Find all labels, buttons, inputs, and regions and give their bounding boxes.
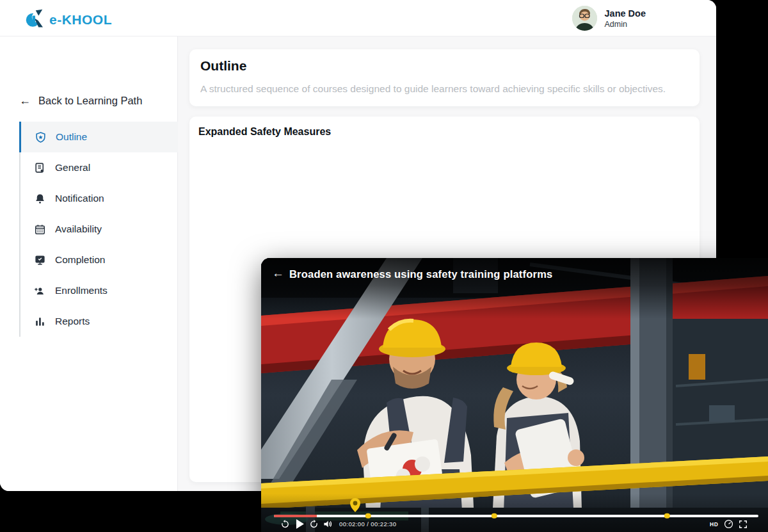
bell-icon xyxy=(33,192,46,205)
outline-summary-card: Outline A structured sequence of courses… xyxy=(189,49,700,106)
playhead-pin-icon[interactable] xyxy=(346,497,364,513)
brand-logo-text: e-KHOOL xyxy=(49,12,112,28)
sidebar-menu: Outline General xyxy=(19,122,178,337)
bar-chart-icon xyxy=(33,315,46,328)
chapter-marker[interactable] xyxy=(664,513,670,519)
video-player-overlay: ← Broaden awareness using safety trainin… xyxy=(261,258,768,532)
sidebar-item-label: Notification xyxy=(55,193,104,204)
volume-button[interactable] xyxy=(323,519,333,529)
sidebar-item-availability[interactable]: Availability xyxy=(19,214,178,245)
sidebar-item-completion[interactable]: Completion xyxy=(19,245,178,275)
sidebar-item-label: Outline xyxy=(56,131,87,143)
playback-speed-icon[interactable] xyxy=(724,519,733,529)
video-bottom-gradient xyxy=(261,494,768,532)
sidebar-item-label: General xyxy=(55,162,90,173)
app-header: e-KHOOL Jane Doe Admin xyxy=(0,0,716,36)
user-menu[interactable]: Jane Doe Admin xyxy=(572,6,646,31)
sidebar-item-label: Availability xyxy=(55,223,102,235)
video-progress-bar[interactable] xyxy=(274,515,758,518)
sidebar: ← Back to Learning Path Outline xyxy=(0,36,178,491)
video-time: 00:02:00 / 00:22:30 xyxy=(339,520,396,528)
sidebar-item-reports[interactable]: Reports xyxy=(19,306,178,337)
chapter-marker[interactable] xyxy=(492,513,497,519)
sidebar-item-label: Enrollments xyxy=(55,285,108,296)
video-title: Broaden awareness using safety training … xyxy=(289,268,552,280)
id-card-icon xyxy=(33,161,46,174)
brand-logo-icon xyxy=(26,8,45,31)
user-role: Admin xyxy=(605,20,646,29)
play-button[interactable] xyxy=(296,519,304,529)
replay-button[interactable] xyxy=(280,519,290,529)
brand-logo[interactable]: e-KHOOL xyxy=(26,8,112,31)
user-name: Jane Doe xyxy=(605,8,646,19)
video-progress-played xyxy=(274,515,317,518)
back-label: Back to Learning Path xyxy=(38,95,142,107)
forward-button[interactable] xyxy=(309,519,319,529)
sidebar-item-label: Reports xyxy=(55,316,90,327)
sidebar-item-label: Completion xyxy=(55,254,105,266)
page-description: A structured sequence of courses designe… xyxy=(200,83,693,95)
monitor-check-icon xyxy=(33,254,46,266)
back-to-learning-path[interactable]: ← Back to Learning Path xyxy=(19,94,142,108)
page-title: Outline xyxy=(200,58,246,74)
page: e-KHOOL Jane Doe Admin xyxy=(0,0,768,532)
shield-star-icon xyxy=(34,131,47,143)
sidebar-item-enrollments[interactable]: Enrollments xyxy=(19,275,178,306)
fullscreen-button[interactable] xyxy=(739,519,748,529)
hd-badge[interactable]: HD xyxy=(710,521,718,528)
path-title: Expanded Safety Measures xyxy=(198,126,331,138)
sidebar-item-outline[interactable]: Outline xyxy=(19,122,178,152)
sidebar-item-general[interactable]: General xyxy=(19,152,178,183)
video-top-gradient xyxy=(261,258,768,319)
avatar xyxy=(572,6,597,31)
sidebar-item-notification[interactable]: Notification xyxy=(19,183,178,214)
video-back-arrow-icon[interactable]: ← xyxy=(272,266,284,280)
user-plus-icon xyxy=(33,284,46,297)
back-arrow-icon: ← xyxy=(19,94,31,108)
calendar-icon xyxy=(33,223,46,236)
playhead-marker[interactable] xyxy=(365,513,371,519)
